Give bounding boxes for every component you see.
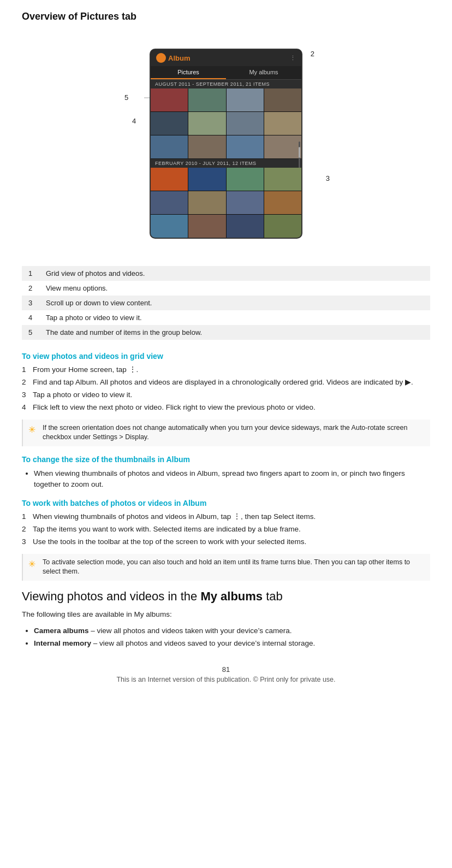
- photo-grid-1: [151, 88, 301, 158]
- photo-cell: [188, 215, 225, 238]
- step-num: 2: [22, 377, 33, 388]
- table-row: 4Tap a photo or video to view it.: [22, 310, 430, 325]
- section1-tip: ✳ If the screen orientation does not cha…: [22, 420, 430, 446]
- photo-cell: [227, 215, 264, 238]
- screenshot-section: 1 2 3 4 5 Album: [22, 32, 430, 255]
- annotation-2: 2: [311, 50, 314, 58]
- photo-cell: [264, 168, 301, 191]
- list-item: 1From your Home screen, tap ⋮.: [22, 365, 430, 375]
- section2-heading: To change the size of the thumbnails in …: [22, 455, 430, 464]
- phone-tab-myalbums: My albums: [226, 66, 301, 79]
- step-num: 3: [22, 537, 33, 547]
- photo-cell: [264, 215, 301, 238]
- section4-bullets: Camera albums – view all photos and vide…: [34, 625, 430, 649]
- annotation-3: 3: [326, 174, 330, 182]
- section-my-albums: Viewing photos and videos in the My albu…: [22, 589, 430, 649]
- photo-cell: [264, 88, 301, 111]
- section-batch-work: To work with batches of photos or videos…: [22, 499, 430, 581]
- step-text: Tap a photo or video to view it.: [33, 390, 132, 400]
- photo-cell: [151, 168, 188, 191]
- step-num: 3: [22, 390, 33, 400]
- phone-mockup: Album ⋮ Pictures My albums AUGUST 2011 -…: [150, 49, 302, 239]
- photo-cell: [227, 168, 264, 191]
- table-desc: Scroll up or down to view content.: [39, 296, 430, 310]
- page-footer: 81 This is an Internet version of this p…: [22, 665, 430, 683]
- section3-tip: ✳ To activate selection mode, you can al…: [22, 554, 430, 581]
- photo-cell: [151, 88, 188, 111]
- table-row: 5The date and number of items in the gro…: [22, 325, 430, 340]
- photo-cell: [227, 135, 264, 158]
- tip-icon-2: ✳: [28, 558, 38, 570]
- phone-album-title: Album: [168, 54, 190, 62]
- table-desc: The date and number of items in the grou…: [39, 325, 430, 340]
- table-desc: Grid view of photos and videos.: [39, 266, 430, 281]
- photo-cell: [151, 135, 188, 158]
- annotation-4: 4: [132, 117, 136, 125]
- section4-subtext: The following tiles are available in My …: [22, 609, 430, 620]
- step-num: 1: [22, 365, 33, 375]
- photo-cell: [188, 112, 225, 135]
- step-num: 2: [22, 524, 33, 535]
- photo-cell: [264, 191, 301, 214]
- table-row: 2View menu options.: [22, 281, 430, 296]
- phone-date-bar-2: FEBRUARY 2010 - JULY 2011, 12 ITEMS: [151, 159, 301, 168]
- photo-cell: [227, 88, 264, 111]
- footer-note: This is an Internet version of this publ…: [22, 676, 430, 683]
- table-num: 4: [22, 310, 39, 325]
- list-item: 2Tap the items you want to work with. Se…: [22, 524, 430, 535]
- section-grid-view: To view photos and videos in grid view 1…: [22, 352, 430, 446]
- photo-cell: [264, 135, 301, 158]
- section4-heading-bold: My albums: [200, 589, 263, 603]
- tip-text: If the screen orientation does not chang…: [43, 423, 425, 442]
- section2-bullets: When viewing thumbnails of photos and vi…: [34, 468, 430, 491]
- list-item: 2Find and tap Album. All photos and vide…: [22, 377, 430, 388]
- section3-steps: 1When viewing thumbnails of photos and v…: [22, 512, 430, 547]
- step-num: 1: [22, 512, 33, 522]
- section4-heading-normal: Viewing photos and videos in the: [22, 589, 200, 603]
- section3-heading: To work with batches of photos or videos…: [22, 499, 430, 507]
- phone-menu-icon: ⋮: [290, 55, 296, 62]
- list-item: 3Use the tools in the toolbar at the top…: [22, 537, 430, 547]
- list-item: 4Flick left to view the next photo or vi…: [22, 403, 430, 413]
- table-num: 3: [22, 296, 39, 310]
- table-desc: View menu options.: [39, 281, 430, 296]
- photo-cell: [188, 135, 225, 158]
- table-desc: Tap a photo or video to view it.: [39, 310, 430, 325]
- tip-icon: ✳: [28, 424, 38, 436]
- bullet-term: Internal memory: [34, 639, 91, 647]
- section-thumbnail-size: To change the size of the thumbnails in …: [22, 455, 430, 491]
- photo-cell: [151, 215, 188, 238]
- photo-cell: [188, 191, 225, 214]
- step-text: Tap the items you want to work with. Sel…: [33, 524, 301, 535]
- section1-heading: To view photos and videos in grid view: [22, 352, 430, 361]
- section1-steps: 1From your Home screen, tap ⋮.2Find and …: [22, 365, 430, 413]
- section4-heading-suffix: tab: [263, 589, 283, 603]
- step-text: Find and tap Album. All photos and video…: [33, 377, 413, 388]
- photo-cell: [151, 112, 188, 135]
- photo-cell: [227, 112, 264, 135]
- phone-date-bar-1: AUGUST 2011 - SEPTEMBER 2011, 21 ITEMS: [151, 80, 301, 88]
- bullet-term: Camera albums: [34, 627, 89, 635]
- step-text: From your Home screen, tap ⋮.: [33, 365, 138, 375]
- table-row: 1Grid view of photos and videos.: [22, 266, 430, 281]
- step-text: Flick left to view the next photo or vid…: [33, 403, 316, 413]
- list-item: Internal memory – view all photos and vi…: [34, 638, 430, 649]
- photo-cell: [264, 112, 301, 135]
- photo-grid-2: [151, 168, 301, 238]
- table-num: 5: [22, 325, 39, 340]
- list-item: 1When viewing thumbnails of photos and v…: [22, 512, 430, 522]
- tip-text-2: To activate selection mode, you can also…: [43, 558, 425, 577]
- description-table: 1Grid view of photos and videos.2View me…: [22, 266, 430, 340]
- photo-cell: [188, 168, 225, 191]
- phone-tab-pictures: Pictures: [151, 66, 226, 79]
- list-item: 3Tap a photo or video to view it.: [22, 390, 430, 400]
- step-text: Use the tools in the toolbar at the top …: [33, 537, 306, 547]
- photo-cell: [151, 191, 188, 214]
- table-num: 1: [22, 266, 39, 281]
- section4-heading: Viewing photos and videos in the My albu…: [22, 589, 430, 604]
- table-row: 3Scroll up or down to view content.: [22, 296, 430, 310]
- step-text: When viewing thumbnails of photos and vi…: [33, 512, 316, 522]
- page-title: Overview of Pictures tab: [22, 11, 430, 22]
- annotation-5: 5: [124, 93, 128, 102]
- list-item: Camera albums – view all photos and vide…: [34, 625, 430, 636]
